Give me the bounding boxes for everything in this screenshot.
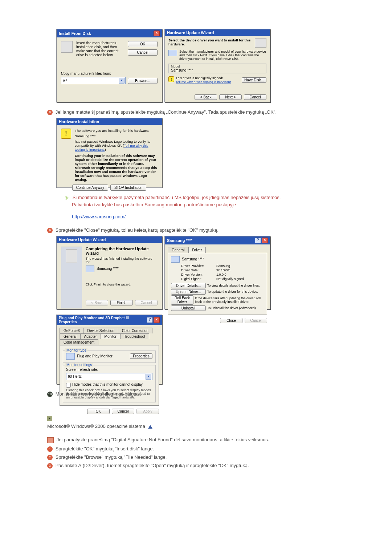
dialog-title: Hardware Update Wizard <box>59 238 106 242</box>
next-button[interactable]: Next > <box>219 94 242 100</box>
os-heading-text: Microsoft® Windows® 2000 operacinė siste… <box>47 424 145 429</box>
section-marker-icon <box>47 416 52 421</box>
bullet-10-icon: 10 <box>47 392 53 397</box>
provider-label: Driver Provider: <box>181 264 215 268</box>
cancel-button: Cancel <box>245 318 267 323</box>
tab-adapter[interactable]: Adapter <box>80 333 101 339</box>
warning-icon: ! <box>168 76 174 82</box>
ok-button[interactable]: OK <box>87 409 110 414</box>
win2000-step-3: 3 Pasirinkite A:(D:\Driver), tuomet spra… <box>47 462 345 469</box>
apply-button: Apply <box>136 409 159 414</box>
continue-anyway-button[interactable]: Continue Anyway <box>72 185 108 191</box>
stop-installation-button[interactable]: STOP Installation <box>110 185 146 191</box>
browse-button[interactable]: Browse... <box>128 78 158 84</box>
note-block: ✳ Ši monitoriaus tvarkyklė pažymėta patv… <box>65 194 345 220</box>
line2: has not passed Windows Logo testing to v… <box>75 139 158 151</box>
date-label: Driver Date: <box>181 268 215 272</box>
uninstall-desc: To uninstall the driver (Advanced). <box>207 306 257 310</box>
driver-details-button[interactable]: Driver Details... <box>171 283 206 288</box>
titlebar: Hardware Update Wizard <box>57 236 162 243</box>
finish-button[interactable]: Finish <box>110 300 133 305</box>
rollback-driver-button[interactable]: Roll Back Driver <box>171 295 193 305</box>
tab-monitor[interactable]: Monitor <box>101 333 121 339</box>
back-button[interactable]: < Back <box>195 94 217 100</box>
win2000-3-text: Pasirinkite A:(D:\Driver), tuomet spragt… <box>56 463 249 468</box>
os-heading: Microsoft® Windows® 2000 operacinė siste… <box>47 423 345 430</box>
step-8-content: Jei lange matote šį pranešimą, spustelėk… <box>56 109 277 115</box>
step-8-text: 8 Jei lange matote šį pranešimą, spustel… <box>47 109 345 116</box>
ok-button[interactable]: OK <box>128 41 158 47</box>
device-name: Samsung **** <box>75 134 158 138</box>
bullet-8-icon: 8 <box>47 110 53 115</box>
win2000-step-2: 2 Spragtelėkite "Browse" mygtuką "File N… <box>47 454 345 461</box>
cancel-button[interactable]: Cancel <box>244 94 266 100</box>
cancel-button: Cancel <box>135 300 158 305</box>
wizard-icon <box>66 249 77 263</box>
group-monitor-type: Monitor type <box>65 348 87 352</box>
help-icon[interactable]: ? <box>255 238 261 243</box>
dialog-hardware-update-finish: Hardware Update Wizard Completing the Ha… <box>56 236 162 309</box>
signing-link[interactable]: Tell me why driver signing is important <box>176 80 231 84</box>
device-name: Samsung **** <box>97 267 119 271</box>
bold-block: Continuing your installation of this sof… <box>75 154 158 182</box>
win2000-2-text: Spragtelėkite "Browse" mygtuką "File Nee… <box>56 454 167 460</box>
uninstall-button[interactable]: Uninstall <box>171 305 206 311</box>
cancel-button[interactable]: Cancel <box>112 409 134 414</box>
line1: The software you are installing for this… <box>75 129 158 133</box>
titlebar: Hardware Update Wizard <box>165 29 270 36</box>
note-icon: ✳ <box>65 194 69 202</box>
tab-general[interactable]: General <box>60 333 81 339</box>
version-value: 1.0.0.0 <box>216 273 226 276</box>
tab-driver[interactable]: Driver <box>188 247 206 253</box>
dialog-driver-properties: Samsung **** ? × General Driver Samsung … <box>164 236 270 309</box>
chevron-down-icon: ▾ <box>146 374 151 380</box>
tab-troubleshoot[interactable]: Troubleshoot <box>120 333 149 339</box>
monitor-icon <box>66 353 75 360</box>
bullet-1-icon: 1 <box>47 446 53 452</box>
note-line2: Patvirtinta tvarkyklė bus paskelbta Sams… <box>72 202 236 207</box>
signer-label: Digital Signer: <box>181 277 215 281</box>
dialog-hardware-installation-warning: Hardware Installation ! The software you… <box>56 118 162 188</box>
help-icon[interactable]: ? <box>147 317 153 323</box>
tab-color-management[interactable]: Color Management <box>60 339 98 345</box>
close-icon[interactable]: × <box>154 31 160 36</box>
hide-modes-label: Hide modes that this monitor cannot disp… <box>72 382 143 386</box>
update-desc: To update the driver for this device. <box>207 290 258 293</box>
titlebar: Hardware Installation <box>57 118 162 125</box>
rollback-desc: If the device fails after updating the d… <box>195 296 264 304</box>
tab-device-selection[interactable]: Device Selection <box>83 328 118 333</box>
bullet-3-icon: 3 <box>47 463 53 469</box>
dialog-title: Hardware Installation <box>59 119 99 124</box>
monitor-name: Plug and Play Monitor <box>77 354 113 358</box>
properties-button[interactable]: Properties <box>130 353 152 359</box>
titlebar: Samsung **** ? × <box>165 236 270 244</box>
samsung-url[interactable]: http://www.samsung.com/ <box>72 214 126 219</box>
close-icon[interactable]: × <box>262 238 268 243</box>
drive-dropdown[interactable]: A:\ ▾ <box>61 77 126 84</box>
step-9-text: 9 Spragtelėkite "Close" mygtuką, toliau … <box>47 227 345 234</box>
heading: Select the device driver you want to ins… <box>168 38 253 46</box>
device-name: Samsung **** <box>182 257 204 261</box>
update-driver-button[interactable]: Update Driver... <box>171 289 206 295</box>
device-icon <box>86 266 94 272</box>
refresh-rate-dropdown[interactable]: 60 Hertz ▾ <box>66 373 152 380</box>
tab-color-correction[interactable]: Color Correction <box>118 328 152 333</box>
win2000-intro: Jei pamatysite pranešimą "Digital Signat… <box>47 437 345 443</box>
tab-geforce[interactable]: GeForce3 <box>60 328 83 333</box>
have-disk-button[interactable]: Have Disk... <box>242 77 266 83</box>
close-icon[interactable]: × <box>154 317 160 323</box>
line2: Click Finish to close the wizard. <box>86 283 158 286</box>
device-icon <box>168 50 177 56</box>
bullet-9-icon: 9 <box>47 228 53 233</box>
cancel-button[interactable]: Cancel <box>128 49 158 56</box>
tab-general[interactable]: General <box>168 247 189 253</box>
hide-modes-row: Hide modes that this monitor cannot disp… <box>66 382 152 388</box>
hide-modes-checkbox[interactable] <box>66 383 71 388</box>
device-icon <box>171 256 180 263</box>
titlebar: Install From Disk × <box>57 29 162 37</box>
provider-value: Samsung <box>216 264 230 268</box>
close-button[interactable]: Close <box>220 318 242 323</box>
copy-from-label: Copy manufacturer's files from: <box>61 72 158 76</box>
manual-icon <box>47 437 54 443</box>
warn-text: This driver is not digitally signed! <box>176 76 231 80</box>
